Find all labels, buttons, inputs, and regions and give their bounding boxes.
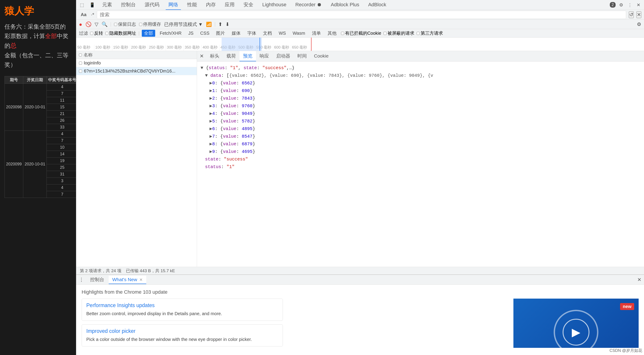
task-highlight: 全部 (45, 33, 57, 39)
tab-adblock[interactable]: AdBlock (366, 1, 389, 10)
invert-checkbox[interactable]: 反转 (90, 30, 103, 36)
third-party-checkbox[interactable]: 第三方请求 (416, 30, 443, 36)
tab-security[interactable]: 安全 (241, 0, 256, 10)
clear-button[interactable]: 🚫 (86, 22, 92, 27)
cell-period: 2020099 (5, 131, 23, 198)
filter-img[interactable]: 图片 (214, 30, 227, 37)
detail-tab-headers[interactable]: 标头 (206, 51, 223, 61)
devtools-inspect-icon[interactable]: ⬚ (79, 1, 85, 9)
cell-num: 4 (47, 184, 78, 191)
search-refresh-icon[interactable]: ↺ (629, 12, 634, 18)
detail-tab-response[interactable]: 响应 (256, 51, 272, 61)
requests-panel: 名称 loginInfo 6?m=15c13i4%252BsznhkCBd7QV… (76, 51, 197, 267)
drawer-menu-icon[interactable]: ⋮ (79, 277, 84, 283)
filter-doc[interactable]: 文档 (261, 30, 274, 37)
preserve-log-checkbox[interactable]: 保留日志 (114, 21, 136, 27)
import-icon[interactable]: ⬆ (218, 22, 222, 27)
tick-100: 100 毫秒 (94, 45, 112, 51)
detail-close-button[interactable]: ✕ (197, 52, 206, 61)
record-button[interactable]: ● (79, 21, 82, 28)
request-checkbox-1[interactable] (79, 62, 82, 65)
tab-sources[interactable]: 源代码 (142, 0, 162, 10)
preserve-log-label: 保留日志 (118, 21, 136, 27)
detail-tab-payload[interactable]: 载荷 (223, 51, 240, 61)
cell-num: 3 (47, 178, 78, 184)
filter-css[interactable]: CSS (198, 30, 212, 36)
search-input[interactable] (97, 11, 626, 19)
network-search-bar: Aa ·* ↺ ✕ (76, 10, 644, 20)
video-thumbnail[interactable]: ▶ new (514, 299, 639, 348)
export-icon[interactable]: ⬇ (226, 22, 230, 27)
request-api[interactable]: 6?m=15c13i4%252BsznhkCBd7QVtiYDm16... (76, 67, 197, 75)
tab-network[interactable]: 网络 (166, 0, 181, 10)
filter-ws[interactable]: WS (276, 30, 288, 36)
search-close-icon[interactable]: ✕ (636, 12, 641, 18)
detail-tab-timing[interactable]: 时间 (294, 51, 310, 61)
search-icon[interactable]: 🔍 (102, 22, 108, 27)
tab-application[interactable]: 应用 (222, 0, 237, 10)
filter-all[interactable]: 全部 (142, 30, 155, 37)
json-root-triangle[interactable]: ▼ (200, 65, 203, 71)
tick-50: 50 毫秒 (76, 45, 94, 51)
devtools-close-icon[interactable]: ✕ (636, 1, 641, 9)
devtools-settings-icon[interactable]: ⚙ (618, 1, 624, 9)
tick-250: 250 毫秒 (148, 45, 166, 51)
tab-performance[interactable]: 性能 (184, 0, 200, 10)
json-items: ▶0: {value: 6562}▶1: {value: 690}▶2: {va… (200, 80, 640, 156)
highlights-title: Highlights from the Chrome 103 update (82, 289, 639, 295)
tab-memory[interactable]: 内存 (203, 0, 218, 10)
blocked-requests-checkbox[interactable]: 被屏蔽的请求 (384, 30, 414, 36)
timeline-selection (222, 38, 262, 51)
tab-adblockplus[interactable]: Adblock Plus (328, 1, 362, 10)
filter-icon[interactable]: ▽ (94, 22, 98, 27)
search-dot-btn[interactable]: ·* (91, 12, 94, 18)
filter-manifest[interactable]: 清单 (310, 30, 323, 37)
extension-count-badge: 2 (610, 2, 616, 8)
requests-header: 名称 (76, 51, 197, 59)
devtools-more-icon[interactable]: ⋮ (627, 1, 633, 9)
devtools-device-icon[interactable]: 📱 (88, 1, 96, 9)
status-bar: 第 2 项请求，共 24 项 已传输 443 B，共 15.7 kE (76, 267, 644, 274)
filter-media[interactable]: 媒体 (230, 30, 243, 37)
feature-title-1[interactable]: Performance Insights updates (86, 302, 278, 308)
filter-js[interactable]: JS (186, 30, 196, 36)
throttle-label: 已停用节流模式 ▼ (164, 21, 203, 28)
timeline-marker-blue (260, 38, 260, 51)
detail-tab-initiator[interactable]: 启动器 (272, 51, 294, 61)
request-logininfo[interactable]: loginInfo (76, 59, 197, 67)
requests-select-all[interactable] (79, 54, 82, 56)
cell-period: 2020098 (5, 84, 23, 131)
tab-elements[interactable]: 元素 (100, 0, 115, 10)
json-item-8: ▶8: {value: 6879} (200, 140, 640, 148)
whats-new-tab-close[interactable]: ✕ (139, 277, 143, 282)
tab-lighthouse[interactable]: Lighthouse (260, 1, 289, 10)
feature-title-2[interactable]: Improved color picker (86, 328, 278, 334)
filter-wasm[interactable]: Wasm (290, 30, 308, 36)
json-data-triangle[interactable]: ▼ (205, 73, 208, 78)
request-checkbox-2[interactable] (79, 70, 82, 73)
bottom-drawer: ⋮ 控制台 What's New ✕ ✕ Highlights from the… (76, 274, 644, 355)
cell-num: 21 (47, 111, 78, 117)
hide-data-urls-checkbox[interactable]: 隐藏数据网址 (105, 30, 136, 36)
video-play-button[interactable]: ▶ (554, 310, 598, 348)
col-date: 开奖日期 (23, 76, 47, 84)
cell-num: 14 (47, 151, 78, 158)
drawer-close-button[interactable]: ✕ (637, 277, 641, 283)
search-aa-btn[interactable]: Aa (79, 12, 88, 18)
disable-cache-checkbox[interactable]: 停用缓存 (139, 21, 161, 27)
detail-tab-cookie[interactable]: Cookie (310, 52, 332, 61)
tab-console[interactable]: 控制台 (118, 0, 138, 10)
cell-num: 4 (47, 131, 78, 137)
filter-font[interactable]: 字体 (245, 30, 258, 37)
drawer-tab-whats-new[interactable]: What's New ✕ (109, 275, 146, 284)
filter-other[interactable]: 其他 (325, 30, 339, 37)
cell-num: 10 (47, 144, 78, 151)
tab-recorder[interactable]: Recorder ⏺ (293, 1, 325, 10)
network-settings-icon[interactable]: ⚙ (637, 22, 641, 27)
main-content: 名称 loginInfo 6?m=15c13i4%252BsznhkCBd7QV… (76, 51, 644, 267)
blocked-cookies-checkbox[interactable]: 有已拦截的Cookie (341, 30, 381, 36)
drawer-tab-console[interactable]: 控制台 (86, 275, 108, 284)
detail-tab-preview[interactable]: 预览 (240, 51, 256, 61)
filter-xhr[interactable]: Fetch/XHR (158, 30, 184, 36)
play-icon: ▶ (572, 326, 580, 339)
